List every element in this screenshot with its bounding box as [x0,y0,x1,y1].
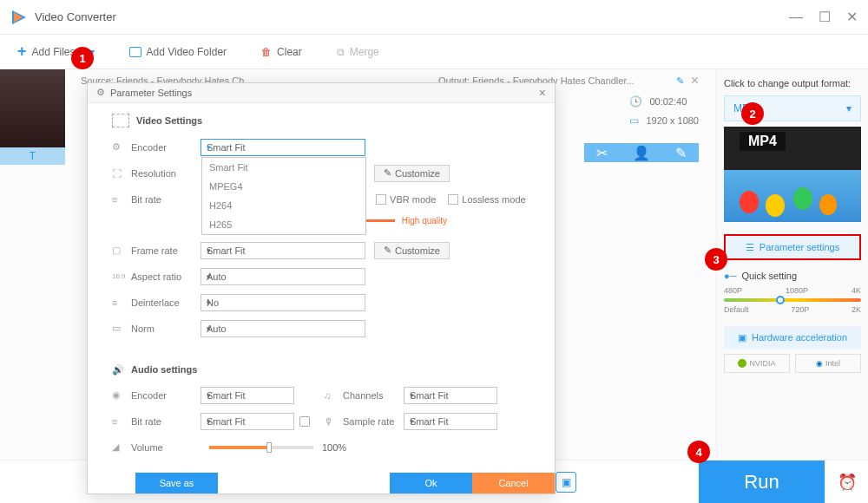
dialog-footer: Save as Ok Cancel [88,473,555,493]
thumb-label: T [0,147,65,165]
pencil-icon[interactable] [299,416,310,427]
aspect-row: 16:9 Aspect ratio Auto▾ [112,265,530,288]
pencil-icon: ✎ [384,245,391,256]
encoder-option[interactable]: MPEG4 [202,177,365,196]
video-thumbnail[interactable] [0,69,65,147]
video-settings-header: Video Settings [112,114,530,127]
norm-select[interactable]: Auto▾ [201,320,365,337]
volume-icon: ◢ [112,441,131,453]
cut-icon[interactable]: ✂ [596,145,608,161]
format-badge: MP4 [740,132,786,151]
annotation-badge-1: 1 [71,47,94,69]
aspect-icon: 16:9 [112,272,131,280]
channels-icon: ♫ [324,390,343,401]
mic-icon: 🎙 [324,416,343,427]
audio-encoder-row: ◉ Encoder Smart Fit▾ ♫ Channels Smart Fi… [112,384,530,407]
bitrate-icon: ≡ [112,194,131,205]
quick-setting-slider[interactable]: 480P1080P4K Default720P2K [724,286,861,314]
nvidia-badge: NVIDIA [724,354,790,373]
maximize-icon[interactable]: ☐ [819,9,831,25]
annotation-badge-4: 4 [687,441,710,463]
dialog-close-icon[interactable]: × [539,86,546,100]
customize-resolution-button[interactable]: ✎Customize [374,165,450,182]
app-logo-icon [10,9,28,26]
minimize-icon[interactable]: — [789,10,803,25]
run-button[interactable]: Run [699,461,825,504]
ok-button[interactable]: Ok [390,473,472,493]
bitrate-icon: ≡ [112,416,131,427]
resolution-icon: ⛶ [112,168,131,179]
cancel-button[interactable]: Cancel [472,473,555,493]
merge-button[interactable]: ⧉ Merge [337,46,379,58]
audio-icon: ◉ [112,389,131,401]
parameter-settings-dialog: ⚙ Parameter Settings × Video Settings ⚙ … [87,82,556,494]
vendor-row: NVIDIA ◉Intel [724,354,861,373]
annotation-badge-2: 2 [741,102,764,125]
encoder-option[interactable]: H264 [202,196,365,215]
sliders-icon: ☰ [746,242,754,253]
edit-icon[interactable]: ✎ [676,75,684,87]
gear-icon: ⚙ [96,87,105,98]
side-panel: Click to change output format: MP4 ▾ MP4… [716,69,868,460]
video-meta: 🕓00:02:40 ▭1920 x 1080 [629,95,699,134]
plus-icon: + [17,42,27,61]
vbr-checkbox[interactable]: VBR mode [376,194,436,205]
save-as-button[interactable]: Save as [135,473,218,493]
dialog-title: Parameter Settings [110,88,192,98]
intel-badge: ◉Intel [795,354,861,373]
app-title: Video Converter [35,10,773,23]
output-format-label: Click to change output format: [724,78,861,88]
chip-icon: ▣ [738,332,746,343]
pen-icon[interactable]: ✎ [675,145,687,161]
volume-slider[interactable] [209,446,313,449]
audio-bitrate-select[interactable]: Smart Fit▾ [201,413,294,430]
pencil-icon: ✎ [384,167,391,179]
aspect-select[interactable]: Auto▾ [201,268,365,285]
volume-row: ◢ Volume 100% [112,436,530,459]
deinterlace-icon: ≡ [112,297,131,308]
encoder-option[interactable]: Smart Fit [202,158,365,177]
norm-icon: ▭ [112,323,131,334]
hardware-accel-button[interactable]: ▣ Hardware acceleration [724,326,861,349]
deinterlace-select[interactable]: No▾ [201,294,365,311]
main-toolbar: + Add Files ▾ Add Video Folder 🗑 Clear ⧉… [0,35,868,69]
clear-button[interactable]: 🗑 Clear [261,46,302,58]
samplerate-select[interactable]: Smart Fit▾ [404,413,497,430]
volume-value: 100% [322,442,346,453]
framerate-select[interactable]: Smart Fit▾ [201,242,365,259]
quick-setting-label: ●─ Quick setting [724,271,861,281]
resolution-icon: ▭ [629,114,639,127]
encoder-select[interactable]: Smart Fit▾ Smart Fit MPEG4 H264 H265 [201,139,365,156]
film-icon [112,114,129,127]
format-preview: MP4 [724,127,861,222]
person-icon[interactable]: 👤 [633,145,650,161]
merge-icon: ⧉ [337,46,345,58]
add-folder-button[interactable]: Add Video Folder [129,46,227,58]
framerate-row: ▢ Frame rate Smart Fit▾ ✎Customize [112,239,530,262]
slider-thumb[interactable] [266,442,272,453]
lossless-checkbox[interactable]: Lossless mode [448,194,525,205]
close-icon[interactable]: ✕ [846,9,858,25]
framerate-icon: ▢ [112,245,131,256]
clock-icon: 🕓 [629,95,642,108]
encoder-option[interactable]: H265 [202,215,365,234]
schedule-icon[interactable]: ⏰ [825,461,868,504]
folder-icon [129,47,141,57]
video-tools-strip: ✂ 👤 ✎ [584,143,699,162]
remove-video-icon[interactable]: × [691,73,699,88]
audio-bitrate-row: ≡ Bit rate Smart Fit▾ 🎙 Sample rate Smar… [112,410,530,433]
channels-select[interactable]: Smart Fit▾ [404,387,497,404]
audio-settings-header: 🔊 Audio settings [112,364,530,376]
audio-encoder-select[interactable]: Smart Fit▾ [201,387,294,404]
speaker-icon: 🔊 [112,364,124,376]
slider-thumb[interactable] [776,296,785,304]
parameter-settings-button[interactable]: ☰ Parameter settings [724,234,861,260]
encoder-dropdown: Smart Fit MPEG4 H264 H265 [201,157,366,235]
dialog-titlebar: ⚙ Parameter Settings × [88,83,555,103]
customize-framerate-button[interactable]: ✎Customize [374,242,450,259]
trash-icon: 🗑 [261,46,272,58]
norm-row: ▭ Norm Auto▾ [112,317,530,340]
chevron-down-icon: ▾ [846,102,852,114]
output-folder-icon[interactable]: ▣ [556,472,576,493]
annotation-badge-3: 3 [705,248,727,271]
